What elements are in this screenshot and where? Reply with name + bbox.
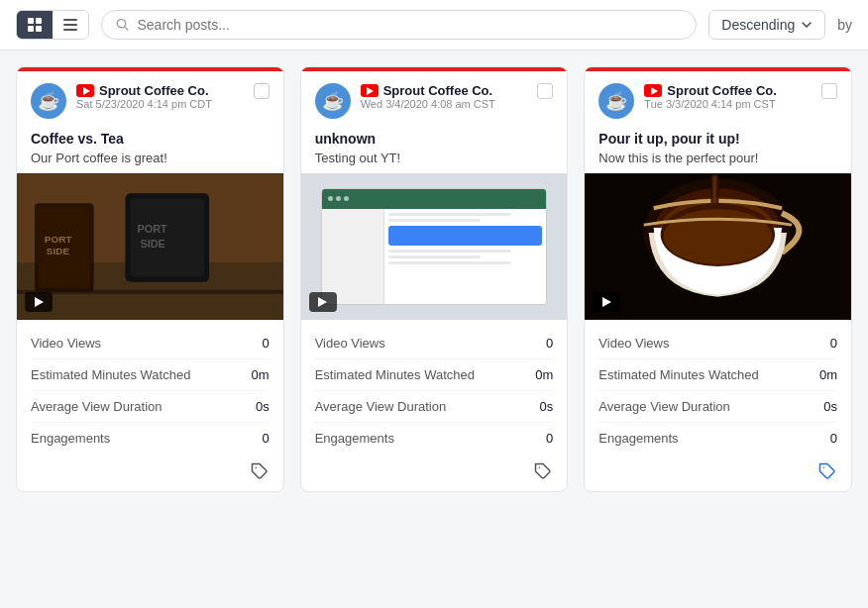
stat-label: Engagements bbox=[315, 431, 394, 446]
svg-text:SIDE: SIDE bbox=[140, 238, 165, 250]
post-subtitle: Now this is the perfect pour! bbox=[598, 151, 837, 165]
svg-rect-5 bbox=[63, 24, 77, 26]
card-checkbox[interactable] bbox=[821, 83, 837, 99]
tag-icon[interactable] bbox=[533, 461, 553, 481]
stat-value: 0 bbox=[262, 431, 269, 446]
stat-row: Video Views 0 bbox=[31, 328, 270, 359]
stat-label: Engagements bbox=[31, 431, 110, 446]
stat-value: 0s bbox=[256, 399, 270, 414]
stat-label: Estimated Minutes Watched bbox=[315, 367, 475, 382]
svg-rect-0 bbox=[28, 18, 34, 24]
stat-value: 0 bbox=[262, 336, 269, 351]
chevron-down-icon bbox=[801, 19, 813, 31]
stat-label: Average View Duration bbox=[315, 399, 447, 414]
avatar: ☕ bbox=[598, 83, 634, 119]
stat-value: 0 bbox=[830, 336, 837, 351]
stat-row: Estimated Minutes Watched 0m bbox=[31, 359, 270, 391]
avatar: ☕ bbox=[315, 83, 351, 119]
post-thumbnail: PORT SIDE PORT SIDE bbox=[17, 173, 283, 320]
card-stats: Video Views 0 Estimated Minutes Watched … bbox=[585, 320, 851, 454]
youtube-icon bbox=[644, 84, 662, 97]
account-name: Sprout Coffee Co. bbox=[667, 83, 777, 98]
stat-label: Video Views bbox=[31, 336, 101, 351]
stat-value: 0 bbox=[830, 431, 837, 446]
account-name: Sprout Coffee Co. bbox=[99, 83, 209, 98]
thumbnail-image: PORT SIDE PORT SIDE bbox=[17, 173, 283, 320]
screenshot-mockup bbox=[321, 188, 547, 305]
svg-text:PORT: PORT bbox=[45, 234, 72, 245]
svg-rect-2 bbox=[28, 26, 34, 32]
post-title: Pour it up, pour it up! bbox=[598, 131, 837, 147]
stat-label: Video Views bbox=[598, 336, 669, 351]
svg-rect-1 bbox=[36, 18, 42, 24]
card-2: ☕ Sprout Coffee Co. Wed 3/4/2020 4:08 am… bbox=[300, 66, 569, 492]
svg-text:PORT: PORT bbox=[137, 223, 167, 235]
tag-icon[interactable] bbox=[817, 461, 837, 481]
list-view-button[interactable] bbox=[53, 11, 88, 39]
stat-row: Estimated Minutes Watched 0m bbox=[315, 359, 554, 391]
post-subtitle: Testing out YT! bbox=[315, 151, 554, 165]
stat-value: 0 bbox=[546, 431, 553, 446]
profile-name-row: Sprout Coffee Co. bbox=[361, 83, 528, 98]
svg-rect-4 bbox=[63, 19, 77, 21]
stat-value: 0m bbox=[819, 367, 837, 382]
stat-row: Video Views 0 bbox=[598, 328, 837, 359]
post-date: Wed 3/4/2020 4:08 am CST bbox=[361, 98, 528, 110]
stat-row: Average View Duration 0s bbox=[315, 391, 554, 423]
sort-label: Descending bbox=[721, 17, 795, 33]
video-type-icon bbox=[593, 292, 620, 312]
stat-value: 0s bbox=[823, 399, 837, 414]
avatar: ☕ bbox=[31, 83, 66, 119]
svg-rect-6 bbox=[63, 29, 77, 31]
stat-label: Video Views bbox=[315, 336, 385, 351]
stat-label: Estimated Minutes Watched bbox=[31, 367, 190, 382]
card-stats: Video Views 0 Estimated Minutes Watched … bbox=[17, 320, 283, 454]
thumbnail-image bbox=[585, 173, 851, 320]
stat-row: Average View Duration 0s bbox=[31, 391, 270, 423]
card-header: ☕ Sprout Coffee Co. Sat 5/23/2020 4:14 p… bbox=[17, 71, 283, 127]
stat-row: Engagements 0 bbox=[315, 423, 554, 454]
stat-row: Engagements 0 bbox=[31, 423, 270, 454]
cards-grid: ☕ Sprout Coffee Co. Sat 5/23/2020 4:14 p… bbox=[0, 51, 868, 508]
tag-icon[interactable] bbox=[250, 461, 270, 481]
sort-dropdown[interactable]: Descending bbox=[708, 10, 825, 40]
post-date: Tue 3/3/2020 4:14 pm CST bbox=[644, 98, 812, 110]
post-title: Coffee vs. Tea bbox=[31, 131, 270, 147]
card-footer bbox=[585, 454, 851, 491]
video-type-icon bbox=[309, 292, 337, 312]
card-header: ☕ Sprout Coffee Co. Wed 3/4/2020 4:08 am… bbox=[301, 71, 568, 127]
card-title-section: unknownTesting out YT! bbox=[301, 127, 568, 173]
video-type-icon bbox=[25, 292, 53, 312]
card-stats: Video Views 0 Estimated Minutes Watched … bbox=[301, 320, 568, 454]
card-footer bbox=[301, 454, 568, 491]
card-3: ☕ Sprout Coffee Co. Tue 3/3/2020 4:14 pm… bbox=[584, 66, 852, 492]
stat-label: Estimated Minutes Watched bbox=[598, 367, 758, 382]
search-bar bbox=[101, 10, 697, 40]
profile-name-row: Sprout Coffee Co. bbox=[76, 83, 244, 98]
search-input[interactable] bbox=[137, 17, 682, 33]
card-checkbox[interactable] bbox=[254, 83, 270, 99]
post-thumbnail bbox=[301, 173, 568, 320]
view-toggle bbox=[16, 10, 89, 40]
svg-rect-19 bbox=[17, 290, 283, 294]
youtube-icon bbox=[361, 84, 379, 97]
by-label: by bbox=[837, 17, 852, 33]
profile-info: Sprout Coffee Co. Tue 3/3/2020 4:14 pm C… bbox=[644, 83, 812, 110]
post-thumbnail bbox=[585, 173, 851, 320]
account-name: Sprout Coffee Co. bbox=[383, 83, 493, 98]
stat-label: Average View Duration bbox=[31, 399, 163, 414]
svg-rect-3 bbox=[36, 26, 42, 32]
youtube-icon bbox=[76, 84, 94, 97]
svg-text:SIDE: SIDE bbox=[47, 246, 70, 256]
grid-view-button[interactable] bbox=[17, 11, 53, 39]
topbar: Descending by bbox=[0, 0, 868, 51]
profile-info: Sprout Coffee Co. Wed 3/4/2020 4:08 am C… bbox=[361, 83, 528, 110]
svg-rect-27 bbox=[713, 175, 717, 205]
stat-row: Average View Duration 0s bbox=[598, 391, 837, 423]
stat-row: Engagements 0 bbox=[598, 423, 837, 454]
card-checkbox[interactable] bbox=[537, 83, 553, 99]
profile-info: Sprout Coffee Co. Sat 5/23/2020 4:14 pm … bbox=[76, 83, 244, 110]
post-title: unknown bbox=[315, 131, 554, 147]
post-subtitle: Our Port coffee is great! bbox=[31, 151, 270, 165]
card-title-section: Pour it up, pour it up!Now this is the p… bbox=[585, 127, 851, 173]
